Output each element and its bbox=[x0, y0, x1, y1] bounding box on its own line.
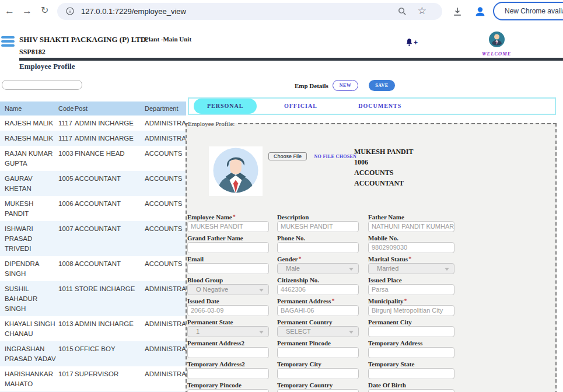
select-permanent-state[interactable]: 1 bbox=[187, 326, 269, 337]
field-label-grand-father-name: Grand Father Name bbox=[187, 235, 277, 242]
input-temporary-city[interactable] bbox=[277, 368, 359, 379]
cell-department: ADMINISTRATION bbox=[145, 366, 186, 391]
cell-code: 1117 bbox=[58, 131, 75, 146]
table-row[interactable]: ISHWARI PRASAD TRIVEDI1007ACCOUNTANTACCO… bbox=[0, 221, 186, 256]
form-field: Temporary Address bbox=[368, 340, 470, 358]
user-avatar[interactable] bbox=[489, 32, 505, 47]
input-temporary-address2[interactable] bbox=[187, 368, 269, 379]
input-email[interactable] bbox=[187, 263, 269, 274]
input-permanent-address2[interactable] bbox=[187, 347, 269, 358]
table-row[interactable]: KHAYALI SINGH CHANAU1013ADMIN INCHARGEAD… bbox=[0, 316, 186, 341]
form-field: Issued Date2066-03-09 bbox=[187, 298, 277, 316]
input-temporary-state[interactable] bbox=[368, 368, 454, 379]
employee-search-input[interactable] bbox=[2, 80, 82, 90]
form-field: Issued PlaceParsa bbox=[368, 276, 470, 295]
welcome-label[interactable]: WELCOME bbox=[482, 51, 511, 57]
form-field: Permanent Address*BAGAHI-06 bbox=[277, 298, 368, 316]
input-mobile-no[interactable]: 9802909030 bbox=[368, 242, 454, 253]
table-header-row: Name Code Post Department bbox=[0, 102, 186, 116]
company-code: SSP8182 bbox=[19, 48, 46, 57]
cell-post: ACCOUNTANT bbox=[75, 196, 145, 221]
input-temporary-address[interactable] bbox=[368, 347, 454, 358]
cell-department: ACCOUNTS bbox=[145, 221, 186, 256]
download-icon[interactable] bbox=[452, 6, 463, 20]
cell-name: ISHWARI PRASAD TRIVEDI bbox=[0, 221, 58, 256]
select-gender[interactable]: Male bbox=[277, 263, 359, 274]
new-button[interactable]: NEW bbox=[333, 80, 358, 91]
input-issued-place[interactable]: Parsa bbox=[368, 284, 454, 295]
tab-personal[interactable]: PERSONAL bbox=[194, 99, 257, 114]
input-citizenship-no[interactable]: 4462306 bbox=[277, 284, 359, 295]
table-row[interactable]: HARISHANKAR MAHATO1017SUPERVISORADMINIST… bbox=[0, 366, 186, 391]
page-title: Employee Profile bbox=[19, 62, 75, 71]
cell-name: INGRASHAN PRASAD YADAV bbox=[0, 341, 58, 366]
cell-name: KHAYALI SINGH CHANAU bbox=[0, 316, 58, 341]
form-field: Permanent State1 bbox=[187, 318, 277, 337]
cell-code: 1015 bbox=[58, 341, 75, 366]
form-field: Municipality*Birgunj Metropolitian City bbox=[368, 298, 470, 316]
input-description[interactable]: MUKESH PANDIT bbox=[277, 221, 359, 232]
required-asterisk: * bbox=[404, 298, 407, 304]
table-row[interactable]: RAJESH MALIK1117ADMIN INCHARGEADMINISTRA… bbox=[0, 131, 186, 146]
input-permanent-city[interactable] bbox=[368, 326, 454, 337]
select-blood-group[interactable]: O Negative bbox=[187, 284, 269, 295]
input-municipality[interactable]: Birgunj Metropolitian City bbox=[368, 305, 454, 316]
address-bar[interactable]: 127.0.0.1:7229/employee_view ☆ bbox=[57, 3, 442, 20]
input-grand-father-name[interactable] bbox=[187, 242, 269, 253]
required-asterisk: * bbox=[233, 214, 236, 220]
profile-icon[interactable] bbox=[474, 5, 487, 20]
tab-official[interactable]: OFFICIAL bbox=[272, 99, 329, 114]
select-permanent-country[interactable]: SELECT bbox=[277, 326, 359, 337]
cell-post: STORE INCHARGE bbox=[75, 281, 145, 316]
input-permanent-address[interactable]: BAGAHI-06 bbox=[277, 305, 359, 316]
chevron-down-icon bbox=[349, 268, 354, 271]
cell-department: ACCOUNTS bbox=[145, 196, 186, 221]
input-date-of-birth[interactable]: 1981 - 01 - 25 bbox=[368, 389, 454, 392]
input-temporary-pincode[interactable] bbox=[187, 389, 269, 392]
menu-icon[interactable] bbox=[1, 36, 15, 48]
table-row[interactable]: INGRASHAN PRASAD YADAV1015OFFICE BOYADMI… bbox=[0, 341, 186, 366]
required-asterisk: * bbox=[331, 298, 334, 304]
table-row[interactable]: RAJAN KUMAR GUPTA1003FINANCE HEADACCOUNT… bbox=[0, 146, 186, 171]
table-row[interactable]: GAURAV KHETAN1005ACCOUNTANTACCOUNTS bbox=[0, 171, 186, 196]
col-name: Name bbox=[0, 102, 58, 116]
employee-profile-fieldset: Employee Profile: Choose File NO FILE CH… bbox=[186, 120, 557, 392]
field-label-temporary-state: Temporary State bbox=[368, 360, 470, 368]
table-row[interactable]: SUSHIL BAHADUR SINGH1011STORE INCHARGEAD… bbox=[0, 281, 186, 316]
tab-documents[interactable]: DOCUMENTS bbox=[347, 99, 413, 114]
cell-post: FINANCE HEAD bbox=[75, 146, 145, 171]
required-asterisk: * bbox=[408, 256, 411, 262]
cell-department: ADMINISTRATION bbox=[145, 316, 186, 341]
notification-bell-icon[interactable]: + bbox=[405, 37, 418, 50]
cell-code: 1017 bbox=[58, 366, 75, 391]
input-permanent-pincode[interactable] bbox=[277, 347, 359, 358]
input-father-name[interactable]: NATHUNI PANDIT KUMHAR bbox=[368, 221, 454, 232]
cell-code: 1006 bbox=[58, 196, 75, 221]
employee-table: Name Code Post Department RAJESH MALIK11… bbox=[0, 102, 186, 392]
url-text[interactable]: 127.0.0.1:7229/employee_view bbox=[81, 7, 186, 16]
input-phone-no[interactable] bbox=[277, 242, 359, 253]
form-field: Gender*Male bbox=[277, 256, 368, 274]
field-label-email: Email bbox=[187, 256, 277, 263]
back-icon[interactable]: ← bbox=[5, 5, 15, 17]
choose-file-button[interactable]: Choose File bbox=[268, 152, 307, 160]
reload-icon[interactable]: ↻ bbox=[41, 5, 48, 16]
select-marital-status[interactable]: Married bbox=[368, 263, 454, 274]
chrome-update-button[interactable]: New Chrome available bbox=[493, 2, 563, 20]
field-label-permanent-state: Permanent State bbox=[187, 318, 277, 326]
input-temporary-country[interactable] bbox=[277, 389, 359, 392]
bookmark-star-icon[interactable]: ☆ bbox=[418, 5, 426, 17]
forward-icon[interactable]: → bbox=[22, 5, 32, 17]
table-row[interactable]: MUKESH PANDIT1006ACCOUNTANTACCOUNTS bbox=[0, 196, 186, 221]
save-button[interactable]: SAVE bbox=[369, 80, 395, 91]
site-info-icon[interactable] bbox=[65, 6, 75, 18]
bell-plus-icon: + bbox=[414, 38, 418, 47]
table-row[interactable]: RAJESH MALIK1117ADMIN INCHARGEADMINISTRA… bbox=[0, 116, 186, 131]
form-field: Temporary State bbox=[368, 360, 470, 379]
input-employee-name[interactable]: MUKESH PANDIT bbox=[187, 221, 269, 232]
input-issued-date[interactable]: 2066-03-09 bbox=[187, 305, 269, 316]
zoom-icon[interactable] bbox=[397, 6, 407, 19]
cell-code: 1011 bbox=[58, 281, 75, 316]
cell-post: ACCOUNTANT bbox=[75, 171, 145, 196]
table-row[interactable]: DIPENDRA SINGH1008ACCOUNTANTACCOUNTS bbox=[0, 256, 186, 281]
